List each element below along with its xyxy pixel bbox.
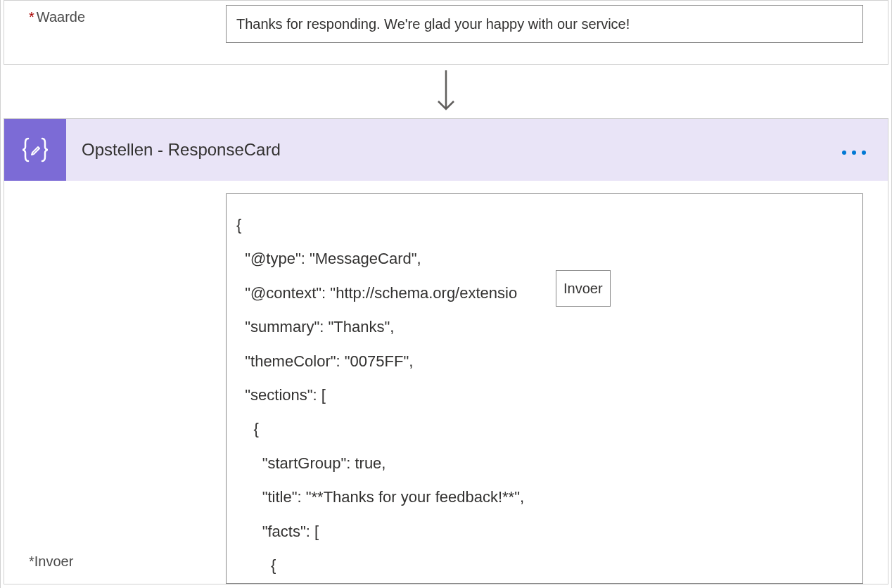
required-asterisk: * (29, 554, 34, 569)
field-input-waarde[interactable]: Thanks for responding. We're glad your h… (226, 5, 863, 43)
field-label-waarde: *Waarde (29, 5, 226, 25)
arrow-down-icon (435, 70, 457, 113)
step-body-waarde: *Waarde Thanks for responding. We're gla… (4, 1, 888, 64)
step-header-responsecard[interactable]: Opstellen - ResponseCard (4, 119, 888, 181)
step-body-responsecard: *Invoer { "@type": "MessageCard", "@cont… (4, 181, 888, 584)
field-label-invoer: *Invoer (29, 193, 226, 584)
tooltip-invoer: Invoer (556, 270, 611, 307)
more-horizontal-icon (841, 150, 867, 155)
step-more-menu[interactable] (841, 140, 888, 160)
svg-point-3 (862, 151, 866, 155)
step-icon-compose (4, 119, 66, 181)
step-card-waarde: *Waarde Thanks for responding. We're gla… (4, 0, 888, 65)
field-label-text: Invoer (34, 554, 74, 569)
step-title-text: Opstellen - ResponseCard (66, 140, 841, 160)
svg-point-1 (842, 151, 846, 155)
required-asterisk: * (29, 9, 34, 25)
flow-connector-arrow (1, 65, 891, 118)
step-card-responsecard: Opstellen - ResponseCard *Invoer { "@typ… (4, 118, 888, 584)
field-label-text: Waarde (37, 9, 85, 25)
svg-point-2 (852, 151, 856, 155)
code-content: { "@type": "MessageCard", "@context": "h… (236, 216, 524, 584)
code-braces-edit-icon (18, 133, 52, 167)
code-input-invoer[interactable]: { "@type": "MessageCard", "@context": "h… (226, 193, 863, 584)
flow-designer-canvas: *Waarde Thanks for responding. We're gla… (0, 0, 892, 588)
